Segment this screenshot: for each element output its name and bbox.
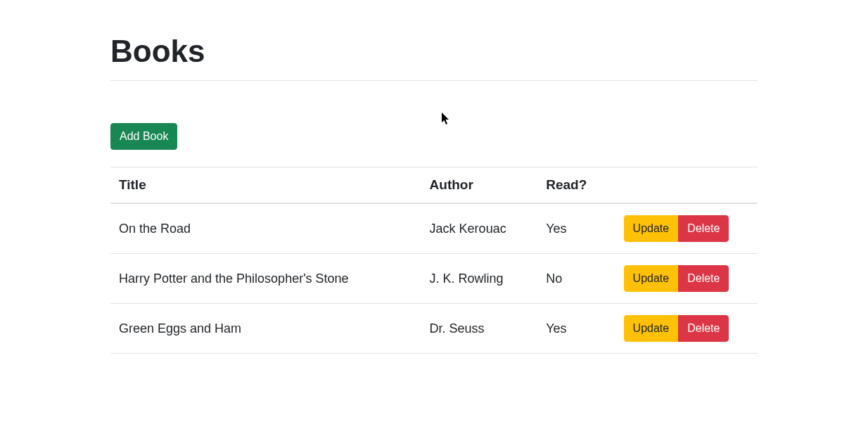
update-button[interactable]: Update <box>624 265 679 292</box>
cell-title: On the Road <box>110 203 421 254</box>
cell-author: Dr. Seuss <box>421 304 538 354</box>
delete-button[interactable]: Delete <box>678 265 729 292</box>
column-header-title: Title <box>110 167 421 203</box>
delete-button[interactable]: Delete <box>678 315 729 342</box>
update-button[interactable]: Update <box>624 215 679 242</box>
table-row: Green Eggs and Ham Dr. Seuss Yes Update … <box>110 304 758 354</box>
column-header-actions <box>615 167 758 203</box>
table-row: Harry Potter and the Philosopher's Stone… <box>110 254 758 304</box>
cell-title: Harry Potter and the Philosopher's Stone <box>110 254 421 304</box>
cell-actions: Update Delete <box>615 304 758 354</box>
table-row: On the Road Jack Kerouac Yes Update Dele… <box>110 203 758 254</box>
cell-author: J. K. Rowling <box>421 254 538 304</box>
cell-actions: Update Delete <box>615 203 758 254</box>
cell-author: Jack Kerouac <box>421 203 538 254</box>
row-actions: Update Delete <box>624 265 729 292</box>
column-header-author: Author <box>421 167 538 203</box>
cell-read: Yes <box>537 304 615 354</box>
row-actions: Update Delete <box>624 215 729 242</box>
add-book-button[interactable]: Add Book <box>110 123 177 150</box>
cell-title: Green Eggs and Ham <box>110 304 421 354</box>
update-button[interactable]: Update <box>624 315 679 342</box>
books-table: Title Author Read? On the Road Jack Kero… <box>110 167 758 354</box>
column-header-read: Read? <box>537 167 615 203</box>
row-actions: Update Delete <box>624 315 729 342</box>
cell-actions: Update Delete <box>615 254 758 304</box>
delete-button[interactable]: Delete <box>678 215 729 242</box>
cell-read: Yes <box>537 203 615 254</box>
cell-read: No <box>537 254 615 304</box>
title-divider <box>110 80 758 81</box>
page-title: Books <box>110 34 758 69</box>
